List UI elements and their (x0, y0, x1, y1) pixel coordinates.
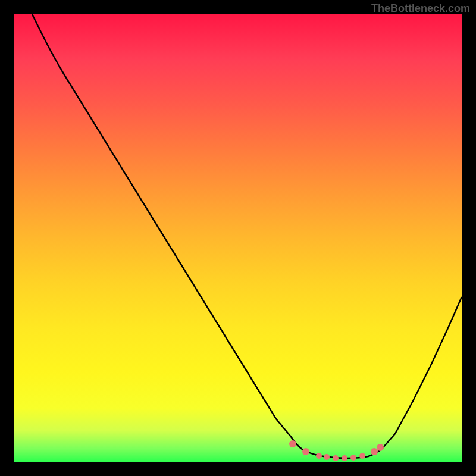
highlight-dot (377, 444, 384, 451)
highlight-dot (316, 453, 322, 459)
highlight-dot (324, 454, 330, 460)
highlight-dot (350, 455, 356, 461)
highlight-dot (289, 440, 296, 447)
highlight-dot (302, 448, 309, 455)
chart-svg (14, 14, 462, 462)
highlight-dot (359, 453, 365, 459)
highlight-dot (333, 455, 339, 461)
highlight-dot (371, 448, 378, 455)
highlight-dots (289, 440, 384, 461)
watermark-text: TheBottleneck.com (371, 2, 470, 15)
bottleneck-curve-line (32, 14, 462, 458)
chart-container (14, 14, 462, 462)
highlight-dot (342, 455, 347, 461)
